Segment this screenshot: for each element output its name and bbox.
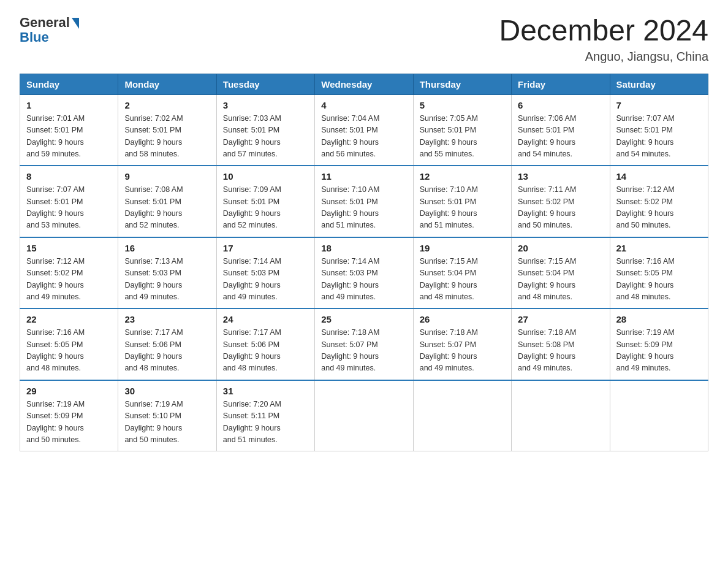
day-info: Sunrise: 7:18 AM Sunset: 5:07 PM Dayligh… (321, 327, 406, 375)
calendar-cell (512, 380, 610, 451)
calendar-cell: 30 Sunrise: 7:19 AM Sunset: 5:10 PM Dayl… (118, 380, 216, 451)
day-info: Sunrise: 7:08 AM Sunset: 5:01 PM Dayligh… (124, 184, 210, 232)
calendar-cell: 2 Sunrise: 7:02 AM Sunset: 5:01 PM Dayli… (118, 94, 216, 166)
header: General Blue December 2024 Anguo, Jiangs… (20, 15, 708, 64)
day-info: Sunrise: 7:18 AM Sunset: 5:08 PM Dayligh… (518, 327, 603, 375)
day-number: 4 (321, 100, 406, 110)
calendar-cell: 31 Sunrise: 7:20 AM Sunset: 5:11 PM Dayl… (216, 380, 314, 451)
calendar-week-row: 8 Sunrise: 7:07 AM Sunset: 5:01 PM Dayli… (20, 166, 708, 237)
day-number: 15 (26, 243, 112, 253)
day-header-sunday: Sunday (20, 74, 118, 94)
day-number: 22 (26, 314, 112, 324)
day-number: 12 (420, 171, 505, 182)
calendar-cell: 19 Sunrise: 7:15 AM Sunset: 5:04 PM Dayl… (413, 237, 511, 309)
day-info: Sunrise: 7:04 AM Sunset: 5:01 PM Dayligh… (321, 113, 406, 161)
day-info: Sunrise: 7:19 AM Sunset: 5:09 PM Dayligh… (26, 399, 112, 446)
day-number: 27 (518, 314, 603, 324)
calendar-cell: 24 Sunrise: 7:17 AM Sunset: 5:06 PM Dayl… (216, 308, 314, 380)
day-info: Sunrise: 7:01 AM Sunset: 5:01 PM Dayligh… (26, 113, 112, 161)
day-info: Sunrise: 7:11 AM Sunset: 5:02 PM Dayligh… (518, 184, 603, 232)
day-number: 20 (518, 243, 603, 253)
calendar-title: December 2024 (499, 15, 708, 47)
day-info: Sunrise: 7:16 AM Sunset: 5:05 PM Dayligh… (616, 256, 702, 304)
day-info: Sunrise: 7:19 AM Sunset: 5:10 PM Dayligh… (124, 399, 210, 446)
calendar-cell: 13 Sunrise: 7:11 AM Sunset: 5:02 PM Dayl… (512, 166, 610, 237)
day-number: 19 (420, 243, 505, 253)
calendar-week-row: 1 Sunrise: 7:01 AM Sunset: 5:01 PM Dayli… (20, 94, 708, 166)
day-number: 2 (124, 100, 210, 110)
day-number: 8 (26, 171, 112, 182)
day-info: Sunrise: 7:12 AM Sunset: 5:02 PM Dayligh… (26, 256, 112, 304)
calendar-cell: 25 Sunrise: 7:18 AM Sunset: 5:07 PM Dayl… (315, 308, 413, 380)
day-header-friday: Friday (512, 74, 610, 94)
calendar-cell: 4 Sunrise: 7:04 AM Sunset: 5:01 PM Dayli… (315, 94, 413, 166)
day-info: Sunrise: 7:02 AM Sunset: 5:01 PM Dayligh… (124, 113, 210, 161)
calendar-cell: 6 Sunrise: 7:06 AM Sunset: 5:01 PM Dayli… (512, 94, 610, 166)
day-info: Sunrise: 7:03 AM Sunset: 5:01 PM Dayligh… (223, 113, 308, 161)
day-number: 14 (616, 171, 702, 182)
day-header-tuesday: Tuesday (216, 74, 314, 94)
day-info: Sunrise: 7:10 AM Sunset: 5:01 PM Dayligh… (321, 184, 406, 232)
day-number: 23 (124, 314, 210, 324)
day-info: Sunrise: 7:20 AM Sunset: 5:11 PM Dayligh… (223, 399, 308, 446)
calendar-cell: 1 Sunrise: 7:01 AM Sunset: 5:01 PM Dayli… (20, 94, 118, 166)
day-number: 30 (124, 386, 210, 396)
day-header-monday: Monday (118, 74, 216, 94)
calendar-cell: 21 Sunrise: 7:16 AM Sunset: 5:05 PM Dayl… (610, 237, 708, 309)
days-header-row: SundayMondayTuesdayWednesdayThursdayFrid… (20, 74, 708, 94)
calendar-subtitle: Anguo, Jiangsu, China (499, 50, 708, 64)
calendar-cell (610, 380, 708, 451)
day-info: Sunrise: 7:12 AM Sunset: 5:02 PM Dayligh… (616, 184, 702, 232)
day-info: Sunrise: 7:13 AM Sunset: 5:03 PM Dayligh… (124, 256, 210, 304)
calendar-cell: 3 Sunrise: 7:03 AM Sunset: 5:01 PM Dayli… (216, 94, 314, 166)
calendar-table: SundayMondayTuesdayWednesdayThursdayFrid… (20, 74, 708, 452)
day-number: 13 (518, 171, 603, 182)
day-number: 7 (616, 100, 702, 110)
calendar-week-row: 15 Sunrise: 7:12 AM Sunset: 5:02 PM Dayl… (20, 237, 708, 309)
calendar-cell: 10 Sunrise: 7:09 AM Sunset: 5:01 PM Dayl… (216, 166, 314, 237)
day-number: 26 (420, 314, 505, 324)
day-number: 1 (26, 100, 112, 110)
calendar-cell: 14 Sunrise: 7:12 AM Sunset: 5:02 PM Dayl… (610, 166, 708, 237)
calendar-cell: 15 Sunrise: 7:12 AM Sunset: 5:02 PM Dayl… (20, 237, 118, 309)
day-info: Sunrise: 7:07 AM Sunset: 5:01 PM Dayligh… (616, 113, 702, 161)
day-number: 31 (223, 386, 308, 396)
calendar-cell: 23 Sunrise: 7:17 AM Sunset: 5:06 PM Dayl… (118, 308, 216, 380)
calendar-cell: 28 Sunrise: 7:19 AM Sunset: 5:09 PM Dayl… (610, 308, 708, 380)
day-info: Sunrise: 7:14 AM Sunset: 5:03 PM Dayligh… (321, 256, 406, 304)
day-number: 3 (223, 100, 308, 110)
day-number: 21 (616, 243, 702, 253)
day-info: Sunrise: 7:17 AM Sunset: 5:06 PM Dayligh… (223, 327, 308, 375)
title-area: December 2024 Anguo, Jiangsu, China (499, 15, 708, 64)
day-number: 29 (26, 386, 112, 396)
day-header-thursday: Thursday (413, 74, 511, 94)
day-number: 28 (616, 314, 702, 324)
logo-blue-text: Blue (20, 29, 49, 45)
day-info: Sunrise: 7:09 AM Sunset: 5:01 PM Dayligh… (223, 184, 308, 232)
calendar-cell: 22 Sunrise: 7:16 AM Sunset: 5:05 PM Dayl… (20, 308, 118, 380)
calendar-week-row: 29 Sunrise: 7:19 AM Sunset: 5:09 PM Dayl… (20, 380, 708, 451)
day-header-wednesday: Wednesday (315, 74, 413, 94)
logo-general-text: General (20, 15, 70, 31)
calendar-cell: 11 Sunrise: 7:10 AM Sunset: 5:01 PM Dayl… (315, 166, 413, 237)
calendar-cell: 20 Sunrise: 7:15 AM Sunset: 5:04 PM Dayl… (512, 237, 610, 309)
day-info: Sunrise: 7:05 AM Sunset: 5:01 PM Dayligh… (420, 113, 505, 161)
calendar-cell: 7 Sunrise: 7:07 AM Sunset: 5:01 PM Dayli… (610, 94, 708, 166)
calendar-cell: 26 Sunrise: 7:18 AM Sunset: 5:07 PM Dayl… (413, 308, 511, 380)
day-info: Sunrise: 7:17 AM Sunset: 5:06 PM Dayligh… (124, 327, 210, 375)
calendar-cell (413, 380, 511, 451)
day-number: 18 (321, 243, 406, 253)
day-number: 5 (420, 100, 505, 110)
day-number: 24 (223, 314, 308, 324)
calendar-cell: 9 Sunrise: 7:08 AM Sunset: 5:01 PM Dayli… (118, 166, 216, 237)
day-number: 9 (124, 171, 210, 182)
calendar-week-row: 22 Sunrise: 7:16 AM Sunset: 5:05 PM Dayl… (20, 308, 708, 380)
day-number: 25 (321, 314, 406, 324)
day-header-saturday: Saturday (610, 74, 708, 94)
day-info: Sunrise: 7:15 AM Sunset: 5:04 PM Dayligh… (518, 256, 603, 304)
logo-arrow-icon (72, 18, 79, 29)
logo: General Blue (20, 15, 79, 45)
calendar-cell: 17 Sunrise: 7:14 AM Sunset: 5:03 PM Dayl… (216, 237, 314, 309)
calendar-cell: 27 Sunrise: 7:18 AM Sunset: 5:08 PM Dayl… (512, 308, 610, 380)
calendar-cell: 5 Sunrise: 7:05 AM Sunset: 5:01 PM Dayli… (413, 94, 511, 166)
